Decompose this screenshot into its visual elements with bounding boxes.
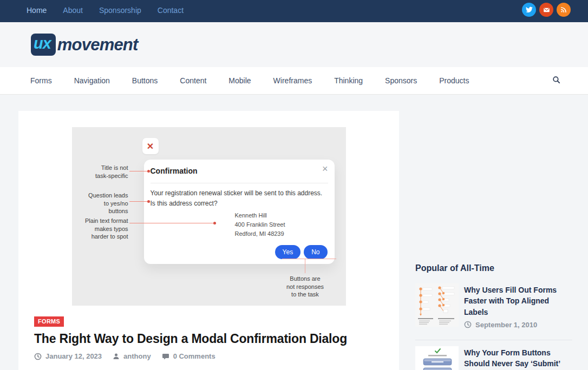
popular-item: Why Your Form Buttons Should Never Say ‘… xyxy=(415,346,572,370)
dialog-yes-button: Yes xyxy=(275,245,301,259)
page: Home About Sponsorship Contact ux moveme… xyxy=(0,0,588,370)
dialog-body-line2: Is this address correct? xyxy=(151,199,323,209)
article-title: The Right Way to Design a Modal Confirma… xyxy=(34,332,383,346)
address-city: Redford, MI 48239 xyxy=(235,229,285,239)
topbar-link-home[interactable]: Home xyxy=(27,6,47,15)
nav-item-buttons[interactable]: Buttons xyxy=(132,76,158,85)
nav-item-sponsors[interactable]: Sponsors xyxy=(385,76,417,85)
popular-item-title[interactable]: Why Users Fill Out Forms Faster with Top… xyxy=(464,285,572,318)
dialog-body-line1: Your registration renewal sticker will b… xyxy=(151,188,323,199)
meta-date: January 12, 2023 xyxy=(34,352,102,360)
person-icon xyxy=(113,353,120,360)
category-badge[interactable]: FORMS xyxy=(34,316,64,327)
annotation-buttons-note: Buttons are not responses to the task xyxy=(275,275,336,299)
topbar-link-about[interactable]: About xyxy=(63,6,83,15)
example-confirmation-dialog: Confirmation × Your registration renewal… xyxy=(144,160,335,264)
dialog-body: Your registration renewal sticker will b… xyxy=(151,188,323,209)
bad-design-x-icon: ✕ xyxy=(142,138,159,154)
address-street: 400 Franklin Street xyxy=(235,220,285,229)
meta-author[interactable]: anthony xyxy=(113,352,151,360)
annotation-line xyxy=(305,259,305,273)
meta-author-text: anthony xyxy=(123,352,151,360)
annotation-plain-text-note: Plain text format makes typos harder to … xyxy=(79,217,128,241)
logo-movement-text: movement xyxy=(57,35,138,55)
dialog-no-button: No xyxy=(304,245,327,259)
popular-item-text: Why Your Form Buttons Should Never Say ‘… xyxy=(464,346,572,370)
popular-item-date-text: September 1, 2010 xyxy=(475,321,537,329)
rss-button[interactable] xyxy=(557,3,571,17)
site-logo[interactable]: ux movement xyxy=(31,34,138,56)
sidebar-popular: Popular of All-Time xyxy=(415,263,572,370)
clock-icon xyxy=(34,353,42,360)
dialog-divider xyxy=(151,183,328,183)
annotation-question-note: Question leads to yes/no buttons xyxy=(77,191,128,215)
nav-item-wireframes[interactable]: Wireframes xyxy=(273,76,312,85)
topbar-links: Home About Sponsorship Contact xyxy=(0,0,588,15)
twitter-icon xyxy=(525,6,533,14)
email-button[interactable] xyxy=(539,3,553,17)
nav-item-navigation[interactable]: Navigation xyxy=(74,76,110,85)
main-nav-items: Forms Navigation Buttons Content Mobile … xyxy=(0,67,588,85)
topbar: Home About Sponsorship Contact xyxy=(0,0,588,22)
email-icon xyxy=(543,6,551,14)
nav-item-thinking[interactable]: Thinking xyxy=(334,76,363,85)
popular-item-title[interactable]: Why Your Form Buttons Should Never Say ‘… xyxy=(464,347,572,369)
dialog-address: Kenneth Hill 400 Franklin Street Redford… xyxy=(235,211,285,239)
article-card: ✕ Confirmation × Your registration renew… xyxy=(18,111,399,370)
search-button[interactable] xyxy=(552,75,561,87)
comment-icon xyxy=(162,353,169,360)
search-icon xyxy=(552,75,561,84)
featured-image: ✕ Confirmation × Your registration renew… xyxy=(72,127,346,306)
sidebar-heading: Popular of All-Time xyxy=(415,263,572,273)
meta-comments-text: 0 Comments xyxy=(173,352,215,360)
popular-item-date: September 1, 2010 xyxy=(464,321,572,329)
main-nav: Forms Navigation Buttons Content Mobile … xyxy=(0,67,588,95)
annotation-line xyxy=(129,201,148,202)
twitter-button[interactable] xyxy=(522,3,536,17)
rss-icon xyxy=(560,6,567,14)
content: ✕ Confirmation × Your registration renew… xyxy=(0,95,588,370)
nav-item-mobile[interactable]: Mobile xyxy=(228,76,251,85)
social-links xyxy=(522,3,571,17)
logo-band: ux movement xyxy=(0,22,588,67)
topbar-link-contact[interactable]: Contact xyxy=(158,6,184,15)
annotation-line xyxy=(129,171,148,171)
nav-item-products[interactable]: Products xyxy=(439,76,469,85)
clock-icon xyxy=(464,321,472,328)
dialog-close-icon: × xyxy=(322,163,328,175)
address-name: Kenneth Hill xyxy=(235,211,285,220)
popular-item-thumbnail[interactable] xyxy=(415,283,459,327)
meta-date-text: January 12, 2023 xyxy=(45,352,102,360)
nav-item-forms[interactable]: Forms xyxy=(30,76,52,85)
article-meta: January 12, 2023 anthony 0 Comments xyxy=(34,352,383,360)
sidebar-divider xyxy=(415,340,572,340)
popular-item-thumbnail[interactable] xyxy=(415,346,459,370)
meta-comments[interactable]: 0 Comments xyxy=(162,352,215,360)
dialog-actions: Yes No xyxy=(275,245,328,259)
dialog-title: Confirmation xyxy=(151,167,198,175)
nav-item-content[interactable]: Content xyxy=(180,76,206,85)
logo-ux-mark: ux xyxy=(31,34,56,56)
annotation-line xyxy=(282,259,336,259)
annotation-line xyxy=(129,223,214,223)
popular-item: Why Users Fill Out Forms Faster with Top… xyxy=(415,283,572,329)
popular-item-text: Why Users Fill Out Forms Faster with Top… xyxy=(464,283,572,329)
annotation-title-note: Title is not task-specific xyxy=(81,164,128,180)
topbar-link-sponsorship[interactable]: Sponsorship xyxy=(99,6,141,15)
